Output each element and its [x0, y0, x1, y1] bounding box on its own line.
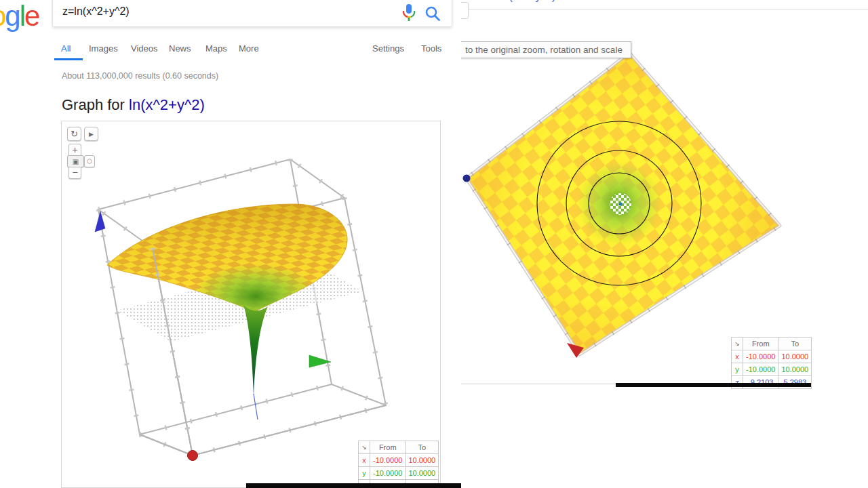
x-axis-origin-sphere — [188, 451, 198, 461]
axis-label-x: x — [359, 454, 370, 467]
screen-artifact-bar — [246, 483, 461, 488]
table-header-row: ↘ From To — [732, 338, 812, 350]
refresh-icon: ↻ — [71, 129, 78, 139]
range-table-top-view[interactable]: ↘ From To x -10.0000 10.0000 y -10.0000 … — [731, 337, 812, 389]
screenshot-bottom-edge — [461, 384, 616, 384]
google-logo[interactable]: ogle — [0, 1, 39, 31]
camera-icon: ▣ — [73, 158, 79, 165]
tab-images[interactable]: Images — [89, 43, 118, 54]
active-tab-underline — [54, 58, 83, 60]
heading-formula-link[interactable]: ln(x^2+y^2) — [129, 96, 205, 113]
tooltip: to the original zoom, rotation and scale — [461, 41, 631, 58]
tab-maps[interactable]: Maps — [205, 43, 227, 54]
tab-news[interactable]: News — [169, 43, 191, 54]
y-to-value[interactable]: 10.0000 — [406, 467, 439, 480]
search-query-text[interactable]: z=ln(x^2+y^2) — [62, 5, 130, 18]
minus-icon: − — [72, 167, 77, 178]
resize-corner-icon[interactable]: ↘ — [732, 338, 743, 350]
axes-toggle-button[interactable]: ⬡ — [84, 155, 95, 167]
tab-tools[interactable]: Tools — [421, 43, 441, 54]
axis-label-x: x — [732, 350, 743, 363]
corner-marker-blue — [463, 175, 471, 182]
axis-label-y: y — [359, 467, 370, 480]
reset-view-button[interactable]: ↻ — [67, 127, 81, 141]
x-from-value[interactable]: -10.0000 — [370, 454, 406, 467]
tab-settings[interactable]: Settings — [372, 43, 404, 54]
zoom-out-button[interactable]: − — [68, 167, 81, 179]
column-header-to: To — [778, 338, 812, 350]
camera-view-button[interactable]: ▣ — [67, 155, 84, 167]
clipped-heading-text: ln(x^2+y^2) — [500, 0, 704, 3]
column-header-to: To — [406, 441, 439, 454]
x-from-value[interactable]: -10.0000 — [743, 350, 778, 363]
zoom-in-button[interactable]: + — [68, 144, 81, 156]
logo-letter: l — [20, 1, 24, 31]
magnifier-icon — [423, 4, 442, 23]
animate-button[interactable]: ▶ — [84, 127, 98, 141]
tab-more[interactable]: More — [239, 43, 259, 54]
column-header-from: From — [370, 441, 406, 454]
axis-label-y: y — [732, 363, 743, 376]
table-header-row: ↘ From To — [359, 441, 439, 454]
y-to-value[interactable]: 10.0000 — [778, 363, 812, 376]
axes-icon: ⬡ — [87, 158, 92, 165]
google-mic-icon — [400, 3, 418, 23]
table-row: x -10.0000 10.0000 — [359, 454, 439, 467]
clipped-searchbox-fragment — [461, 2, 469, 19]
tab-all[interactable]: All — [61, 43, 71, 54]
page-title: Graph for ln(x^2+y^2) — [62, 96, 205, 114]
x-to-value[interactable]: 10.0000 — [406, 454, 439, 467]
heading-prefix: Graph for — [62, 96, 129, 113]
clipped-heading-fragment: ln(x^2+y^2) — [500, 0, 704, 3]
x-to-value[interactable]: 10.0000 — [778, 350, 812, 363]
search-submit-button[interactable] — [423, 4, 442, 23]
column-header-from: From — [743, 338, 778, 350]
screen-artifact-bar — [616, 383, 811, 387]
play-icon: ▶ — [89, 131, 94, 138]
y-from-value[interactable]: -10.0000 — [370, 467, 406, 480]
logo-letter: o — [0, 1, 5, 31]
resize-corner-icon[interactable]: ↘ — [359, 441, 370, 454]
results-stats: About 113,000,000 results (0.60 seconds) — [62, 71, 218, 81]
surface-funnel — [243, 305, 268, 396]
table-row: y -10.0000 10.0000 — [359, 467, 439, 480]
center-point — [619, 203, 623, 206]
tab-videos[interactable]: Videos — [131, 43, 158, 54]
divider-line — [461, 9, 868, 9]
funnel-tip-line — [254, 394, 258, 420]
logo-letter: e — [24, 1, 39, 31]
plus-icon: + — [72, 144, 77, 155]
range-table-3d[interactable]: ↘ From To x -10.0000 10.0000 y -10.0000 … — [358, 441, 439, 488]
y-from-value[interactable]: -10.0000 — [743, 363, 778, 376]
top-view-screenshot-region: ln(x^2+y^2) — [461, 0, 868, 488]
voice-search-button[interactable] — [400, 3, 418, 23]
table-row: y -10.0000 10.0000 — [732, 363, 812, 376]
graph-3d-panel[interactable]: ↻ ▶ + ▣ ⬡ − — [61, 121, 441, 488]
table-row: x -10.0000 10.0000 — [732, 350, 812, 363]
graph-3d-scene[interactable] — [62, 121, 440, 487]
logo-letter: g — [5, 1, 19, 31]
